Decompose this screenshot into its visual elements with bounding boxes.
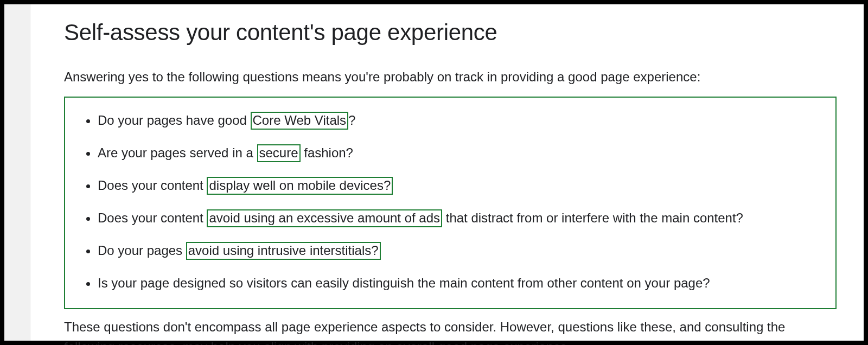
question-text-pre: Does your content	[98, 178, 207, 193]
list-item: Do your pages have good Core Web Vitals?	[98, 111, 830, 130]
list-item: Does your content display well on mobile…	[98, 176, 830, 195]
highlighted-phrase: avoid using an excessive amount of ads	[207, 209, 442, 227]
question-text-post: fashion?	[301, 145, 353, 160]
highlighted-phrase: Core Web Vitals	[251, 112, 349, 130]
highlighted-phrase: avoid using intrusive interstitials?	[186, 242, 381, 260]
question-text-pre: Do your pages have good	[98, 113, 251, 127]
question-text-post: that distract from or interfere with the…	[442, 210, 743, 225]
question-text-pre: Do your pages	[98, 243, 186, 258]
list-item: Are your pages served in a secure fashio…	[98, 143, 830, 163]
questions-highlight-box: Do your pages have good Core Web Vitals?…	[64, 97, 837, 309]
list-item: Does your content avoid using an excessi…	[98, 208, 830, 228]
highlighted-phrase: display well on mobile devices?	[207, 177, 393, 195]
questions-list: Do your pages have good Core Web Vitals?…	[71, 111, 830, 293]
intro-paragraph: Answering yes to the following questions…	[64, 67, 837, 87]
outro-paragraph: These questions don't encompass all page…	[64, 317, 837, 345]
question-text-pre: Does your content	[98, 210, 207, 225]
page-heading: Self-assess your content's page experien…	[64, 20, 837, 46]
list-item: Do your pages avoid using intrusive inte…	[98, 241, 830, 260]
question-text-post: ?	[348, 113, 355, 127]
highlighted-phrase: secure	[257, 144, 301, 162]
content-area: Self-assess your content's page experien…	[30, 4, 864, 341]
left-gutter	[4, 4, 30, 341]
document-frame: Self-assess your content's page experien…	[4, 4, 864, 341]
question-text-pre: Are your pages served in a	[98, 145, 257, 160]
question-text-pre: Is your page designed so visitors can ea…	[98, 276, 710, 290]
list-item: Is your page designed so visitors can ea…	[98, 273, 830, 293]
